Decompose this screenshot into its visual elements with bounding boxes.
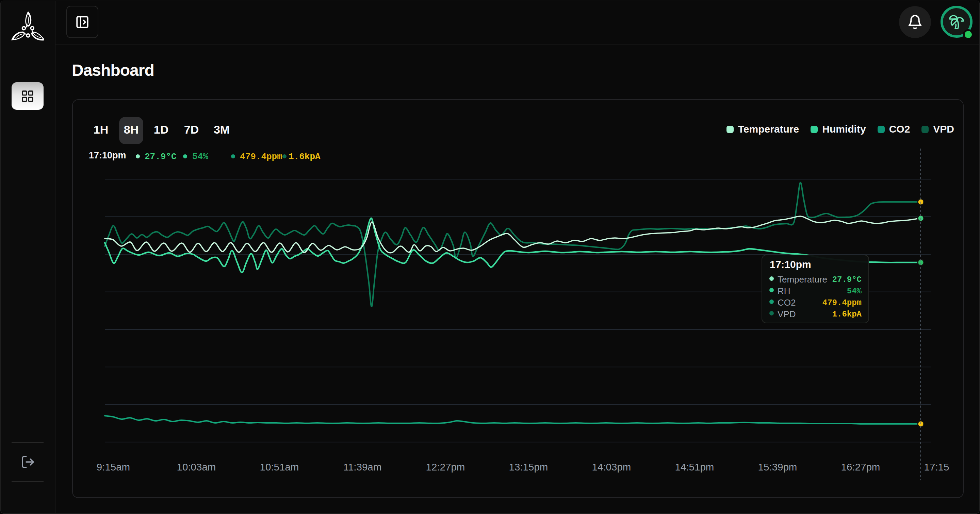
svg-text:14:03pm: 14:03pm bbox=[592, 461, 631, 473]
svg-text:10:03am: 10:03am bbox=[177, 461, 216, 473]
svg-text:13:15pm: 13:15pm bbox=[509, 461, 548, 473]
svg-text:11:39am: 11:39am bbox=[343, 461, 382, 473]
svg-text:12:27pm: 12:27pm bbox=[426, 461, 465, 473]
svg-text:16:27pm: 16:27pm bbox=[841, 461, 880, 473]
svg-text:14:51pm: 14:51pm bbox=[675, 461, 714, 473]
svg-text:17:15pm: 17:15pm bbox=[924, 461, 950, 473]
svg-text:15:39pm: 15:39pm bbox=[758, 461, 797, 473]
svg-text:10:51am: 10:51am bbox=[260, 461, 299, 473]
svg-text:9:15am: 9:15am bbox=[97, 461, 130, 473]
